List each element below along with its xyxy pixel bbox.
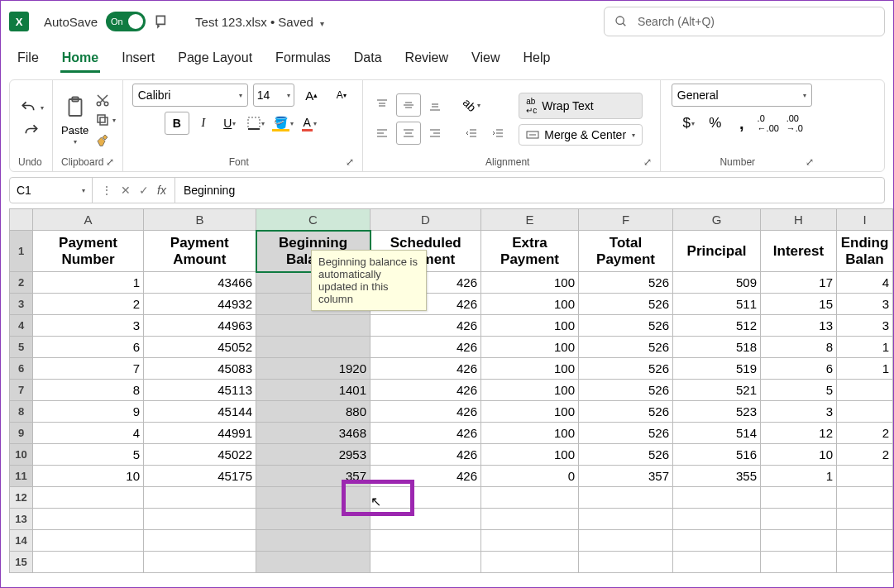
- cell-G14[interactable]: [673, 530, 761, 552]
- cell-E11[interactable]: 0: [481, 466, 579, 487]
- cell-B9[interactable]: 44991: [144, 423, 256, 444]
- cell-I15[interactable]: [837, 552, 893, 573]
- borders-button[interactable]: ▾: [244, 112, 269, 135]
- row-header-11[interactable]: 11: [10, 466, 33, 487]
- cell-I11[interactable]: [837, 466, 893, 487]
- cell-B7[interactable]: 45113: [144, 380, 256, 401]
- cell-E4[interactable]: 100: [481, 315, 579, 337]
- paste-button[interactable]: Paste▾: [60, 91, 90, 147]
- cell-D6[interactable]: 426: [371, 358, 481, 380]
- column-header-C[interactable]: C: [256, 209, 371, 231]
- cell-E6[interactable]: 100: [481, 358, 579, 380]
- cell-A11[interactable]: 10: [33, 466, 144, 487]
- cell-C8[interactable]: 880: [256, 401, 371, 423]
- cell-F14[interactable]: [579, 530, 673, 552]
- cell-E3[interactable]: 100: [481, 294, 579, 315]
- align-left-button[interactable]: [370, 122, 394, 145]
- column-header-B[interactable]: B: [144, 209, 256, 231]
- cell-B3[interactable]: 44932: [144, 294, 256, 315]
- decrease-decimal-button[interactable]: .00→.0: [782, 112, 807, 135]
- wrap-text-button[interactable]: ab↵cWrap Text: [519, 93, 643, 119]
- cell-F4[interactable]: 526: [579, 315, 673, 337]
- fill-color-button[interactable]: 🪣▾: [270, 112, 295, 135]
- increase-indent-button[interactable]: [485, 122, 510, 145]
- formula-input[interactable]: Beginning: [175, 184, 884, 197]
- cell-A3[interactable]: 2: [33, 294, 144, 315]
- cell-E13[interactable]: [481, 509, 579, 530]
- row-header-10[interactable]: 10: [10, 444, 33, 466]
- number-dialog-launcher[interactable]: ⤢: [806, 156, 814, 168]
- cell-H15[interactable]: [761, 552, 837, 573]
- cell-E14[interactable]: [481, 530, 579, 552]
- cell-I2[interactable]: 4: [837, 272, 893, 294]
- percent-button[interactable]: %: [703, 112, 728, 135]
- cell-I6[interactable]: 1: [837, 358, 893, 380]
- row-header-5[interactable]: 5: [10, 337, 33, 358]
- cell-A7[interactable]: 8: [33, 380, 144, 401]
- row-header-6[interactable]: 6: [10, 358, 33, 380]
- cell-E9[interactable]: 100: [481, 423, 579, 444]
- copy-button[interactable]: ▾: [95, 112, 116, 127]
- cell-B13[interactable]: [144, 509, 256, 530]
- cell-A15[interactable]: [33, 552, 144, 573]
- sync-icon[interactable]: [152, 12, 172, 31]
- column-header-A[interactable]: A: [33, 209, 144, 231]
- tab-view[interactable]: View: [470, 45, 501, 73]
- format-painter-button[interactable]: [95, 132, 116, 147]
- cell-A6[interactable]: 7: [33, 358, 144, 380]
- comma-button[interactable]: ,: [729, 112, 754, 135]
- column-header-E[interactable]: E: [481, 209, 579, 231]
- cell-F9[interactable]: 526: [579, 423, 673, 444]
- cell-A4[interactable]: 3: [33, 315, 144, 337]
- cell-B4[interactable]: 44963: [144, 315, 256, 337]
- cell-E7[interactable]: 100: [481, 380, 579, 401]
- cell-B6[interactable]: 45083: [144, 358, 256, 380]
- cell-B15[interactable]: [144, 552, 256, 573]
- decrease-indent-button[interactable]: [459, 122, 484, 145]
- cell-A1[interactable]: PaymentNumber: [33, 231, 144, 272]
- fx-icon[interactable]: fx: [157, 184, 166, 197]
- column-header-H[interactable]: H: [761, 209, 837, 231]
- name-box[interactable]: C1▾: [10, 178, 93, 203]
- cell-I14[interactable]: [837, 530, 893, 552]
- cell-B1[interactable]: PaymentAmount: [144, 231, 256, 272]
- orientation-button[interactable]: ab▾: [459, 93, 484, 117]
- cell-I13[interactable]: [837, 509, 893, 530]
- increase-decimal-button[interactable]: .0←.00: [756, 112, 781, 135]
- cell-D15[interactable]: [371, 552, 481, 573]
- row-header-8[interactable]: 8: [10, 401, 33, 423]
- cell-A13[interactable]: [33, 509, 144, 530]
- cell-F2[interactable]: 526: [579, 272, 673, 294]
- cell-F6[interactable]: 526: [579, 358, 673, 380]
- italic-button[interactable]: I: [191, 112, 216, 135]
- cell-D7[interactable]: 426: [371, 380, 481, 401]
- cell-C4[interactable]: [256, 315, 371, 337]
- cell-G6[interactable]: 519: [673, 358, 761, 380]
- cell-F15[interactable]: [579, 552, 673, 573]
- row-header-3[interactable]: 3: [10, 294, 33, 315]
- font-name-select[interactable]: Calibri▾: [132, 84, 248, 107]
- cancel-icon[interactable]: ✕: [121, 184, 131, 197]
- cell-D8[interactable]: 426: [371, 401, 481, 423]
- cell-F7[interactable]: 526: [579, 380, 673, 401]
- underline-button[interactable]: U▾: [218, 112, 242, 135]
- cell-I8[interactable]: [837, 401, 893, 423]
- cell-E10[interactable]: 100: [481, 444, 579, 466]
- search-input[interactable]: Search (Alt+Q): [604, 7, 885, 36]
- clipboard-dialog-launcher[interactable]: ⤢: [106, 156, 114, 168]
- cell-H3[interactable]: 15: [761, 294, 837, 315]
- cell-C15[interactable]: [256, 552, 371, 573]
- cell-H11[interactable]: 1: [761, 466, 837, 487]
- cell-D10[interactable]: 426: [371, 444, 481, 466]
- cell-I5[interactable]: 1: [837, 337, 893, 358]
- autosave-toggle[interactable]: On: [106, 12, 146, 31]
- cell-B12[interactable]: [144, 487, 256, 509]
- cell-H14[interactable]: [761, 530, 837, 552]
- cell-F12[interactable]: [579, 487, 673, 509]
- cell-F8[interactable]: 526: [579, 401, 673, 423]
- tab-data[interactable]: Data: [352, 45, 384, 73]
- cell-F3[interactable]: 526: [579, 294, 673, 315]
- cell-G10[interactable]: 516: [673, 444, 761, 466]
- cell-B10[interactable]: 45022: [144, 444, 256, 466]
- cell-I10[interactable]: 2: [837, 444, 893, 466]
